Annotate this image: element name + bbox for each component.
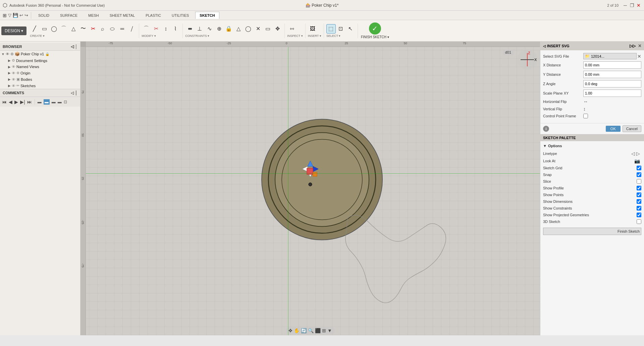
fillet-button[interactable]: ⌒ bbox=[142, 24, 151, 34]
x-distance-input[interactable] bbox=[583, 61, 641, 69]
triangle-constraint-button[interactable]: △ bbox=[234, 24, 243, 34]
insert-svg-close-button[interactable]: × bbox=[638, 43, 641, 49]
sketch-grid-checkbox[interactable] bbox=[637, 166, 641, 170]
cross-button[interactable]: ✕ bbox=[253, 24, 263, 34]
arc2-tool-button[interactable]: ⌕ bbox=[98, 24, 107, 34]
show-projected-checkbox[interactable] bbox=[637, 213, 641, 217]
redo-icon[interactable]: ↪ bbox=[24, 13, 28, 18]
root-eye-icon[interactable]: 👁 bbox=[6, 52, 9, 56]
timeline-rect1-icon[interactable]: ▬ bbox=[38, 100, 42, 104]
snap-checkbox[interactable] bbox=[637, 172, 641, 177]
tab-surface[interactable]: SURFACE bbox=[56, 12, 82, 19]
save-icon[interactable]: 💾 bbox=[13, 13, 18, 18]
rect-tool-button[interactable]: ▭ bbox=[40, 24, 49, 34]
move-constraint-button[interactable]: ✥ bbox=[273, 24, 282, 34]
look-at-button[interactable]: 📷 bbox=[634, 158, 640, 164]
circle-constraint-button[interactable]: ◯ bbox=[244, 24, 253, 34]
settings-view-icon[interactable]: ▼ bbox=[327, 328, 332, 333]
insert-svg-expand-icon[interactable]: ▷▷ bbox=[630, 44, 636, 48]
nav-prev-start-button[interactable]: ⏮ bbox=[2, 99, 7, 105]
select-arrow-button[interactable]: ↖ bbox=[346, 24, 355, 34]
svg-file-display[interactable]: 📁 12014... bbox=[583, 53, 637, 59]
trim-button[interactable]: ✂ bbox=[151, 24, 161, 34]
tab-plastic[interactable]: PLASTIC bbox=[141, 12, 165, 19]
perp-constraint-button[interactable]: ⊥ bbox=[195, 24, 204, 34]
polygon-tool-button[interactable]: △ bbox=[69, 24, 78, 34]
show-dimensions-checkbox[interactable] bbox=[637, 199, 641, 204]
tree-item-origin[interactable]: ▶ 👁 ⊕ Origin bbox=[0, 70, 80, 76]
slash-tool-button[interactable]: ⧸ bbox=[127, 24, 137, 34]
slice-checkbox[interactable] bbox=[637, 179, 641, 184]
tree-item-named-views[interactable]: ▶ 👁 Named Views bbox=[0, 64, 80, 70]
insert-svg-panel-header[interactable]: ◁ INSERT SVG ▷▷ × bbox=[540, 42, 644, 50]
z-angle-input[interactable] bbox=[583, 80, 641, 88]
zoom-icon[interactable]: 🔍 bbox=[308, 328, 314, 333]
coincident-button[interactable]: ⊕ bbox=[214, 24, 224, 34]
3d-sketch-checkbox[interactable] bbox=[637, 219, 641, 224]
trim-tool-button[interactable]: ✂ bbox=[88, 24, 98, 34]
orbit-icon[interactable]: 🔄 bbox=[301, 328, 307, 333]
finish-sketch-palette-button[interactable]: Finish Sketch bbox=[543, 228, 641, 235]
tree-item-doc-settings[interactable]: ▶ ⚙ Document Settings bbox=[0, 57, 80, 64]
select-lasso-button[interactable]: ⊡ bbox=[336, 24, 345, 34]
timeline-camera-icon[interactable]: ⊡ bbox=[64, 100, 67, 104]
tree-item-sketches[interactable]: ▶ 👁 ✏ Sketches bbox=[0, 82, 80, 89]
restore-button[interactable]: ❐ bbox=[629, 3, 635, 8]
comments-collapse-icon[interactable]: ◁ bbox=[71, 91, 74, 95]
show-profile-checkbox[interactable] bbox=[637, 186, 641, 190]
y-distance-input[interactable] bbox=[583, 71, 641, 78]
sketches-eye-icon[interactable]: 👁 bbox=[12, 84, 15, 88]
browser-collapse-icon[interactable]: ◁ bbox=[71, 44, 74, 49]
linetype-icon1[interactable]: ◁ bbox=[631, 151, 635, 156]
horiz-flip-button[interactable]: ↔ bbox=[583, 99, 588, 104]
pan-icon[interactable]: ✋ bbox=[294, 328, 300, 333]
undo-icon[interactable]: ↩ bbox=[19, 13, 23, 18]
tangent-constraint-button[interactable]: ∿ bbox=[205, 24, 214, 34]
arc-tool-button[interactable]: ⌒ bbox=[59, 24, 68, 34]
comments-expand-icon[interactable]: │ bbox=[75, 91, 78, 95]
timeline-rect3-icon[interactable]: ▬ bbox=[52, 100, 56, 104]
nav-play-button[interactable]: ▶ bbox=[14, 99, 18, 105]
sketch-palette-header[interactable]: SKETCH PALETTE bbox=[540, 134, 644, 141]
timeline-rect2-icon[interactable]: ▬ bbox=[44, 99, 50, 105]
grid-icon[interactable]: ⊞ bbox=[3, 13, 7, 18]
lock-button[interactable]: 🔒 bbox=[224, 24, 233, 34]
rect-constraint-button[interactable]: ▭ bbox=[263, 24, 272, 34]
browser-expand-icon[interactable]: │ bbox=[75, 44, 78, 49]
linetype-icon2[interactable]: ▷ bbox=[636, 151, 640, 156]
line-tool-button[interactable]: ╱ bbox=[30, 24, 39, 34]
scale-plane-input[interactable] bbox=[583, 90, 641, 97]
origin-eye-icon[interactable]: 👁 bbox=[12, 71, 15, 75]
nav-prev-button[interactable]: ◀ bbox=[9, 99, 12, 105]
circle-tool-button[interactable]: ◯ bbox=[49, 24, 59, 34]
new-icon[interactable]: ▽ bbox=[8, 13, 11, 18]
close-button[interactable]: ✕ bbox=[636, 3, 641, 8]
cancel-button[interactable]: Cancel bbox=[623, 125, 641, 132]
design-dropdown-button[interactable]: DESIGN ▾ bbox=[1, 26, 26, 35]
measure-button[interactable]: ⇿ bbox=[287, 24, 297, 34]
vert-flip-button[interactable]: ↕ bbox=[583, 106, 586, 112]
view-cube-icon[interactable]: ⬛ bbox=[315, 328, 321, 333]
control-point-checkbox[interactable] bbox=[583, 114, 588, 118]
tab-sketch[interactable]: SKETCH bbox=[195, 12, 219, 19]
viewport[interactable]: -75 -50 -25 0 25 50 75 75 50 25 -25 -75 bbox=[80, 42, 540, 335]
ok-button[interactable]: OK bbox=[606, 126, 621, 132]
horiz-constraint-button[interactable]: ⬌ bbox=[185, 24, 195, 34]
cursor-icon[interactable]: ✥ bbox=[288, 328, 292, 333]
timeline-rect4-icon[interactable]: ▬ bbox=[58, 100, 62, 104]
nav-next-button[interactable]: ▶| bbox=[20, 99, 25, 105]
ellipse-tool-button[interactable]: ⬭ bbox=[108, 24, 117, 34]
bodies-eye-icon[interactable]: 👁 bbox=[12, 77, 15, 81]
minimize-button[interactable]: ─ bbox=[623, 3, 628, 8]
extend-button[interactable]: ↕ bbox=[161, 24, 170, 34]
show-constraints-checkbox[interactable] bbox=[637, 206, 641, 211]
break-button[interactable]: ⌇ bbox=[171, 24, 180, 34]
tab-utilities[interactable]: UTILITIES bbox=[167, 12, 193, 19]
grid-view-icon[interactable]: ⊞ bbox=[322, 328, 326, 333]
svg-file-close-icon[interactable]: ✕ bbox=[637, 54, 641, 59]
tab-sheet-metal[interactable]: SHEET METAL bbox=[105, 12, 139, 19]
tab-solid[interactable]: SOLID bbox=[34, 12, 54, 19]
finish-sketch-toolbar-button[interactable]: ✓ bbox=[369, 22, 381, 35]
spline-tool-button[interactable]: 〜 bbox=[78, 24, 88, 34]
tree-item-root[interactable]: ▼ 👁 ⚙ 📦 Poker Chip v1 🔒 bbox=[0, 51, 80, 57]
